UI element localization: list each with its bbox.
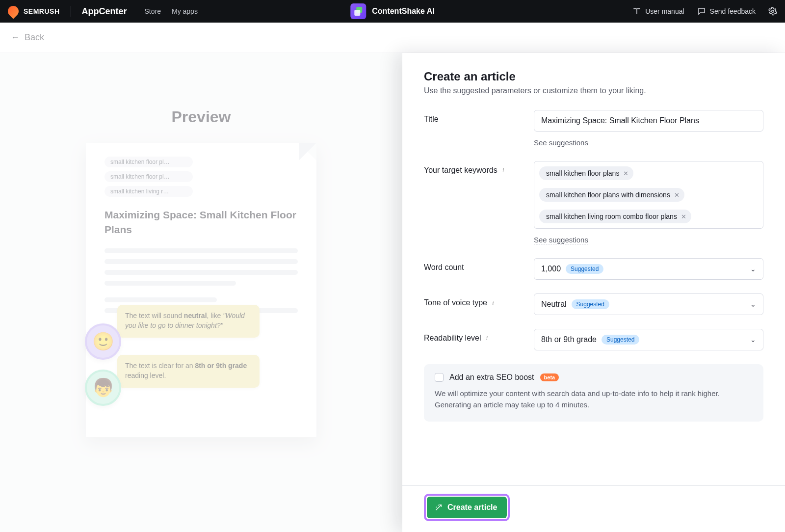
- panel-body: Create an article Use the suggested para…: [402, 53, 785, 485]
- keyword-tag: small kitchen living room combo floor pl…: [539, 210, 691, 223]
- remove-keyword-icon[interactable]: ✕: [674, 191, 680, 199]
- user-manual-link[interactable]: User manual: [632, 7, 684, 16]
- suggested-badge: Suggested: [572, 299, 609, 309]
- seo-boost-description: We will optimize your content with searc…: [435, 388, 753, 411]
- keyword-tag: small kitchen floor plans ✕: [539, 166, 633, 180]
- nav-store[interactable]: Store: [145, 7, 161, 15]
- title-see-suggestions[interactable]: See suggestions: [534, 138, 588, 147]
- remove-keyword-icon[interactable]: ✕: [623, 170, 628, 177]
- skeleton-line: [105, 281, 236, 286]
- seo-boost-label: Add an extra SEO boost: [449, 373, 534, 382]
- beta-badge: beta: [540, 373, 559, 381]
- preview-chip: small kitchen living r…: [105, 186, 193, 197]
- page-fold-icon: [299, 143, 316, 160]
- readability-dropdown[interactable]: 8th or 9th grade Suggested ⌄: [534, 329, 763, 350]
- bubble-bold: 8th or 9th grade: [195, 362, 247, 370]
- panel-subtitle: Use the suggested parameters or customiz…: [424, 86, 763, 95]
- keyword-text: small kitchen floor plans: [546, 169, 619, 177]
- title-input[interactable]: [534, 110, 763, 132]
- field-readability: Readability level i 8th or 9th grade Sug…: [424, 329, 763, 350]
- bubble-text: reading level.: [125, 372, 166, 379]
- info-icon[interactable]: i: [490, 300, 496, 306]
- wordcount-dropdown[interactable]: 1,000 Suggested ⌄: [534, 258, 763, 280]
- label-wordcount: Word count: [424, 258, 534, 272]
- preview-heading: Preview: [39, 108, 363, 126]
- bubble-bold: neutral: [184, 312, 207, 319]
- bubble-text: The text is clear for an: [125, 362, 195, 370]
- suggested-badge: Suggested: [602, 335, 639, 345]
- suggested-badge: Suggested: [566, 264, 603, 274]
- keyword-text: small kitchen living room combo floor pl…: [546, 213, 677, 220]
- send-feedback-label: Send feedback: [710, 7, 756, 15]
- brand-text: SEMRUSH: [24, 7, 60, 15]
- readability-avatar: 👦: [85, 370, 121, 406]
- contentshake-app-icon: [350, 3, 366, 19]
- keywords-see-suggestions[interactable]: See suggestions: [534, 236, 588, 244]
- stack-icon: [354, 7, 362, 16]
- info-icon[interactable]: i: [500, 167, 506, 173]
- appcenter-label[interactable]: AppCenter: [82, 6, 127, 17]
- brand-divider: [71, 6, 71, 17]
- create-article-button[interactable]: Create article: [427, 497, 507, 518]
- label-readability-text: Readability level: [424, 334, 481, 343]
- topbar-right: User manual Send feedback: [632, 7, 777, 16]
- seo-boost-box: Add an extra SEO boost beta We will opti…: [424, 364, 763, 422]
- preview-doc-title: Maximizing Space: Small Kitchen Floor Pl…: [105, 208, 298, 238]
- tone-value: Neutral: [541, 300, 567, 309]
- field-wordcount: Word count 1,000 Suggested ⌄: [424, 258, 763, 280]
- label-keywords-text: Your target keywords: [424, 166, 497, 175]
- nav-myapps[interactable]: My apps: [172, 7, 198, 15]
- comment-icon: [697, 7, 706, 16]
- create-article-label: Create article: [447, 503, 497, 512]
- user-manual-label: User manual: [645, 7, 684, 15]
- field-tone: Tone of voice type i Neutral Suggested ⌄: [424, 293, 763, 315]
- keyword-text: small kitchen floor plans with dimension…: [546, 191, 670, 199]
- readability-value: 8th or 9th grade: [541, 335, 597, 344]
- panel-footer: Create article: [402, 485, 785, 532]
- cta-highlight: Create article: [424, 494, 510, 521]
- send-feedback-link[interactable]: Send feedback: [697, 7, 756, 16]
- preview-chip: small kitchen floor pl…: [105, 171, 193, 182]
- book-icon: [632, 7, 641, 16]
- topbar: SEMRUSH AppCenter Store My apps ContentS…: [0, 0, 785, 23]
- back-bar[interactable]: ← Back: [0, 23, 785, 53]
- info-icon[interactable]: i: [484, 335, 490, 341]
- keywords-input[interactable]: small kitchen floor plans ✕ small kitche…: [534, 161, 763, 229]
- label-tone: Tone of voice type i: [424, 293, 534, 307]
- preview-section: Preview small kitchen floor pl… small ki…: [39, 108, 363, 437]
- tone-dropdown[interactable]: Neutral Suggested ⌄: [534, 293, 763, 315]
- svg-point-0: [772, 10, 774, 13]
- label-tone-text: Tone of voice type: [424, 298, 487, 307]
- label-keywords: Your target keywords i: [424, 161, 534, 175]
- skeleton-line: [105, 270, 298, 275]
- seo-boost-checkbox[interactable]: [435, 373, 444, 382]
- topbar-app: ContentShake AI: [350, 3, 434, 19]
- field-keywords: Your target keywords i small kitchen flo…: [424, 161, 763, 244]
- create-article-panel: Create an article Use the suggested para…: [402, 53, 785, 532]
- magic-wand-icon: [435, 504, 443, 511]
- wordcount-value: 1,000: [541, 265, 561, 273]
- gear-icon[interactable]: [768, 7, 777, 16]
- skeleton-line: [105, 259, 298, 264]
- preview-chip: small kitchen floor pl…: [105, 157, 193, 167]
- app-title: ContentShake AI: [372, 7, 434, 16]
- chevron-down-icon: ⌄: [750, 265, 756, 273]
- arrow-left-icon: ←: [11, 32, 20, 43]
- readability-bubble: The text is clear for an 8th or 9th grad…: [117, 355, 260, 388]
- topbar-nav: Store My apps: [145, 7, 198, 15]
- remove-keyword-icon[interactable]: ✕: [681, 213, 686, 220]
- field-title: Title See suggestions: [424, 110, 763, 147]
- bubble-text: , like: [207, 312, 223, 319]
- preview-document: small kitchen floor pl… small kitchen fl…: [86, 143, 316, 437]
- preview-chips: small kitchen floor pl… small kitchen fl…: [105, 157, 193, 197]
- chevron-down-icon: ⌄: [750, 300, 756, 308]
- chevron-down-icon: ⌄: [750, 336, 756, 344]
- panel-title: Create an article: [424, 70, 763, 83]
- skeleton-line: [105, 248, 298, 253]
- tone-avatar: 🙂: [85, 323, 121, 360]
- bubble-text: The text will sound: [125, 312, 184, 319]
- label-readability: Readability level i: [424, 329, 534, 343]
- label-title: Title: [424, 110, 534, 124]
- keyword-tag: small kitchen floor plans with dimension…: [539, 188, 684, 202]
- skeleton-line: [105, 297, 217, 302]
